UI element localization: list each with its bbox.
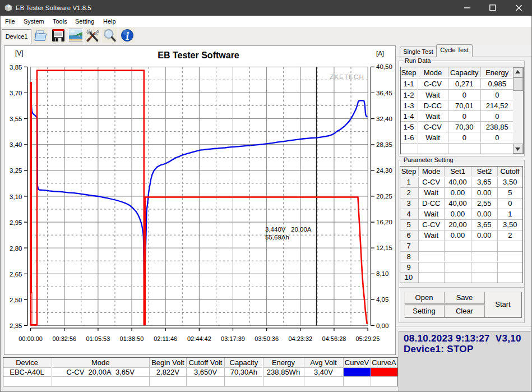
svg-text:02:11:46: 02:11:46: [154, 335, 177, 342]
svg-text:36,45: 36,45: [376, 90, 392, 96]
svg-text:24,30: 24,30: [376, 167, 392, 174]
svg-text:05:29:25: 05:29:25: [355, 335, 380, 342]
svg-text:12,15: 12,15: [376, 245, 392, 251]
svg-text:8,10: 8,10: [376, 270, 388, 277]
svg-text:20,25: 20,25: [376, 193, 392, 200]
svg-text:01:38:50: 01:38:50: [120, 335, 144, 342]
svg-text:EB Tester Software: EB Tester Software: [158, 50, 239, 60]
svg-text:00:32:56: 00:32:56: [52, 335, 76, 342]
svg-text:3,85: 3,85: [10, 64, 22, 71]
svg-text:3,70: 3,70: [10, 90, 22, 96]
svg-text:02:44:42: 02:44:42: [187, 335, 211, 342]
svg-text:01:05:53: 01:05:53: [86, 335, 110, 342]
svg-text:04:23:32: 04:23:32: [288, 335, 312, 342]
svg-text:2,35: 2,35: [10, 322, 22, 329]
svg-text:4,05: 4,05: [376, 296, 388, 303]
svg-text:03:50:36: 03:50:36: [255, 335, 279, 342]
svg-text:2,50: 2,50: [10, 297, 22, 303]
svg-text:[V]: [V]: [15, 49, 24, 57]
svg-text:3,440V 20,00A: 3,440V 20,00A: [265, 226, 312, 233]
svg-text:32,40: 32,40: [376, 116, 392, 122]
svg-text:[A]: [A]: [376, 50, 384, 57]
svg-text:3,25: 3,25: [10, 167, 22, 174]
svg-text:3,40: 3,40: [10, 141, 22, 148]
svg-text:ZKETECH: ZKETECH: [330, 73, 364, 80]
svg-text:0,00: 0,00: [376, 322, 388, 329]
svg-text:3,55: 3,55: [10, 116, 22, 122]
svg-text:2,65: 2,65: [10, 271, 22, 278]
svg-text:03:17:39: 03:17:39: [221, 335, 245, 342]
svg-text:2,95: 2,95: [10, 219, 22, 226]
svg-text:2,80: 2,80: [10, 245, 22, 252]
svg-text:55,69Ah: 55,69Ah: [265, 234, 289, 241]
svg-text:04:56:28: 04:56:28: [322, 335, 346, 342]
svg-text:40,50: 40,50: [376, 63, 392, 70]
svg-text:3,10: 3,10: [10, 193, 22, 200]
svg-text:16,20: 16,20: [376, 219, 392, 225]
svg-text:28,35: 28,35: [376, 141, 392, 148]
svg-text:00:00:00: 00:00:00: [18, 335, 43, 342]
